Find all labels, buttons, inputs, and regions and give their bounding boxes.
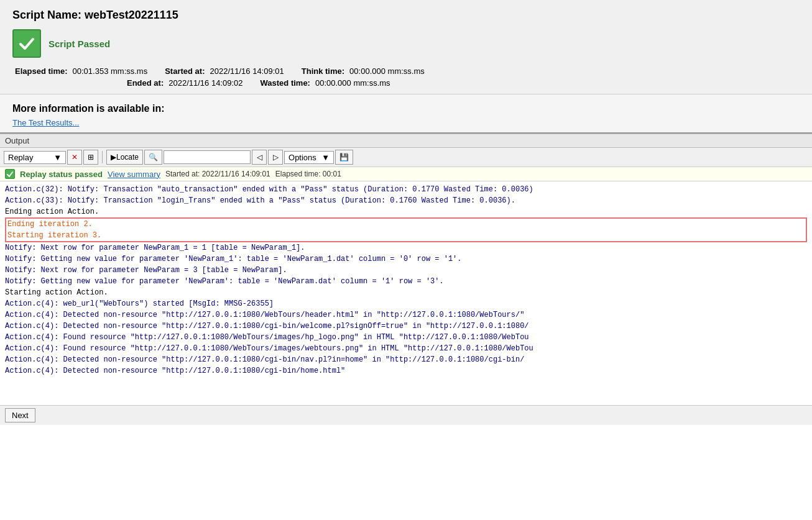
log-line: Action.c(4): Detected non-resource "http… [5,354,807,365]
log-line: Starting action Action. [5,287,807,298]
locate-button[interactable]: ▶ Locate [106,150,143,165]
check-icon [12,29,41,58]
search-icon-button[interactable]: 🔍 [144,150,162,165]
log-line: Action.c(4): web_url("WebTours") started… [5,298,807,309]
options-label: Options [288,153,316,162]
status-passed-text: Replay status passed [20,170,103,179]
locate-arrow-icon: ▶ [111,153,116,162]
locate-label: Locate [116,153,139,162]
log-line: Notify: Getting new value for parameter … [5,276,807,287]
log-line: Action.c(4): Detected non-resource "http… [5,365,807,376]
next-button[interactable]: Next [5,408,35,422]
log-line: Action.c(33): Notify: Transaction "login… [5,195,807,206]
log-line: Action.c(4): Detected non-resource "http… [5,321,807,332]
log-line: Action.c(4): Found resource "http://127.… [5,343,807,354]
output-toolbar: Replay ▼ ✕ ⊞ ▶ Locate 🔍 ◁ ▷ Options ▼ 💾 [0,148,812,167]
dropdown-arrow-icon: ▼ [53,153,62,162]
replay-label: Replay [8,153,33,162]
prev-arrow-button[interactable]: ◁ [252,150,267,165]
log-line: Ending iteration 2. [5,217,807,230]
status-started-at: Started at: 2022/11/16 14:09:01 [165,170,270,178]
status-passed-icon [5,169,15,179]
log-line: Notify: Next row for parameter NewParam_… [5,242,807,253]
log-line: Notify: Next row for parameter NewParam … [5,265,807,276]
log-area[interactable]: Action.c(32): Notify: Transaction "auto_… [0,181,812,405]
output-label: Output [5,136,29,145]
bottom-nav: Next [0,405,812,425]
replay-dropdown[interactable]: Replay ▼ [4,151,66,164]
more-info-link[interactable]: The Test Results... [12,118,79,127]
script-passed-label: Script Passed [48,39,110,49]
status-row: Script Passed [12,29,800,58]
status-bar: Replay status passed View summary Starte… [0,167,812,181]
save-button[interactable]: 💾 [335,150,353,165]
more-info-section: More information is available in: The Te… [0,94,812,134]
log-line: Action.c(4): Found resource "http://127.… [5,332,807,343]
info-table: Elapsed time:00:01.353 mm:ss.msStarted a… [12,66,800,88]
top-section: Script Name: webTest20221115 Script Pass… [0,0,812,94]
log-line: Ending action Action. [5,206,807,217]
script-name-label: Script Name: [12,9,81,21]
options-dropdown[interactable]: Options ▼ [284,151,334,164]
view-summary-link[interactable]: View summary [108,170,160,179]
grid-button[interactable]: ⊞ [83,150,98,165]
stop-button[interactable]: ✕ [67,150,82,165]
output-label-bar: Output [0,134,812,148]
status-elapsed-time: Elapsed time: 00:01 [275,170,341,178]
toolbar-separator [102,151,103,163]
options-arrow-icon: ▼ [321,153,330,162]
log-line: Action.c(4): Detected non-resource "http… [5,309,807,321]
script-name-value: webTest20221115 [85,9,178,21]
search-input[interactable] [164,150,251,164]
next-arrow-button[interactable]: ▷ [268,150,283,165]
log-line: Notify: Getting new value for parameter … [5,253,807,265]
log-line: Action.c(32): Notify: Transaction "auto_… [5,184,807,195]
more-info-title: More information is available in: [12,103,800,114]
log-line: Starting iteration 3. [5,230,807,242]
script-name: Script Name: webTest20221115 [12,9,800,22]
